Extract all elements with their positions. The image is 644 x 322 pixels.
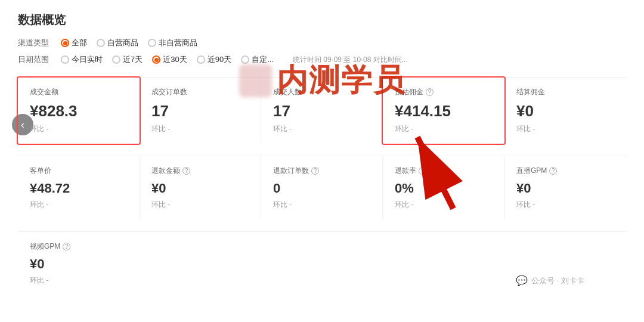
metric-avg-price-value: ¥48.72 [30,181,127,196]
metrics-row-2: 客单价 ¥48.72 环比 - 退款金额 ? ¥0 环比 - 退款订单数 ? [18,156,626,219]
metric-trade-amount-value: ¥828.3 [30,102,128,120]
date-custom[interactable]: 自定... [241,54,274,65]
metrics-row-3: 视频GPM ? ¥0 环比 - [18,231,626,295]
metric-estimated-commission-compare: 环比 - [395,124,493,134]
metric-trade-amount: 成交金额 ¥828.3 环比 - [17,76,141,145]
metric-trade-amount-compare: 环比 - [30,124,128,134]
refund-amount-info-icon[interactable]: ? [182,167,190,175]
channel-non-self[interactable]: 非自营商品 [148,38,197,48]
metric-video-gpm: 视频GPM ? ¥0 环比 - [18,232,140,295]
metric-refund-rate-label: 退款率 ? [395,166,492,176]
page-container: 数据概览 渠道类型 全部 自营商品 非自营商品 日期范围 今日实时 [0,0,644,307]
metric-refund-orders: 退款订单数 ? 0 环比 - [261,156,383,219]
metric-refund-amount-compare: 环比 - [151,200,249,210]
channel-self-radio[interactable] [97,39,105,47]
metric-refund-orders-value: 0 [273,181,370,196]
metric-refund-amount: 退款金额 ? ¥0 环比 - [140,156,261,219]
channel-non-self-radio[interactable] [148,39,156,47]
metric-live-gpm-compare: 环比 - [516,200,614,210]
metric-settled-commission: 结算佣金 ¥0 环比 - [504,78,626,144]
channel-self-label: 自营商品 [107,38,138,48]
date-filter-label: 日期范围 [18,54,54,65]
channel-filter-row: 渠道类型 全部 自营商品 非自营商品 [18,38,626,48]
date-7days[interactable]: 近7天 [112,54,143,65]
date-filter-row: 日期范围 今日实时 近7天 近30天 近90天 自定... 统计时间 [18,54,626,65]
video-gpm-info-icon[interactable]: ? [63,243,70,250]
channel-all[interactable]: 全部 [61,38,87,48]
metric-refund-amount-value: ¥0 [151,181,249,196]
metric-trade-people-value: 17 [273,102,370,120]
metric-trade-orders: 成交订单数 17 环比 - [140,78,261,144]
channel-filter-label: 渠道类型 [18,38,54,48]
refund-orders-info-icon[interactable]: ? [311,167,319,175]
metric-video-gpm-label: 视频GPM ? [30,242,128,252]
metric-live-gpm-value: ¥0 [516,181,614,196]
metric-refund-rate: 退款率 ? 0% 环比 - [383,156,504,219]
metric-live-gpm: 直播GPM ? ¥0 环比 - [504,156,626,219]
metric-refund-amount-label: 退款金额 ? [151,166,249,176]
date-today-label: 今日实时 [72,54,103,65]
date-7days-radio[interactable] [112,55,120,64]
channel-radio-group: 全部 自营商品 非自营商品 [61,38,197,48]
date-range-info: 统计时间 09-09 至 10-08 对比时间... [293,55,408,65]
metric-refund-rate-compare: 环比 - [395,200,492,210]
date-7days-label: 近7天 [123,54,143,65]
metric-trade-people-label: 成交人数 [273,87,370,97]
date-today[interactable]: 今日实时 [61,54,103,65]
date-30days-label: 近30天 [163,54,187,65]
channel-non-self-label: 非自营商品 [159,38,197,48]
metric-live-gpm-label: 直播GPM ? [516,166,614,176]
metric-estimated-commission-value: ¥414.15 [395,102,493,120]
date-30days[interactable]: 近30天 [152,54,187,65]
metric-estimated-commission-label: 预估佣金 ? [395,87,493,97]
metric-refund-rate-value: 0% [395,181,492,196]
metrics-section: ‹ 成交金额 ¥828.3 环比 - 成交订单数 17 环比 - [18,77,626,295]
metrics-row-1: 成交金额 ¥828.3 环比 - 成交订单数 17 环比 - 成交人数 17 环… [18,77,626,144]
date-90days[interactable]: 近90天 [197,54,231,65]
metric-trade-orders-compare: 环比 - [151,124,249,134]
date-30days-radio[interactable] [152,55,160,64]
metric-avg-price: 客单价 ¥48.72 环比 - [18,156,140,219]
refund-rate-info-icon[interactable]: ? [419,167,426,175]
date-custom-label: 自定... [252,54,274,65]
metric-refund-orders-label: 退款订单数 ? [273,166,370,176]
metric-avg-price-compare: 环比 - [30,200,127,210]
estimated-commission-info-icon[interactable]: ? [426,88,434,96]
date-custom-radio[interactable] [241,55,249,64]
metric-avg-price-label: 客单价 [30,166,127,176]
metric-settled-commission-value: ¥0 [516,102,614,120]
date-90days-radio[interactable] [197,55,205,64]
metric-refund-orders-compare: 环比 - [273,200,370,210]
metric-trade-orders-label: 成交订单数 [151,87,249,97]
channel-self[interactable]: 自营商品 [97,38,138,48]
metric-settled-commission-label: 结算佣金 [516,87,614,97]
metric-estimated-commission: 预估佣金 ? ¥414.15 环比 - [382,76,506,145]
metric-settled-commission-compare: 环比 - [516,124,614,134]
metric-trade-amount-label: 成交金额 [30,87,128,97]
metric-video-gpm-value: ¥0 [30,256,128,272]
channel-all-label: 全部 [72,38,87,48]
date-today-radio[interactable] [61,55,69,64]
metric-video-gpm-compare: 环比 - [30,275,128,286]
channel-all-radio[interactable] [61,39,69,47]
metric-trade-people: 成交人数 17 环比 - [261,78,383,144]
date-90days-label: 近90天 [208,54,231,65]
metric-trade-people-compare: 环比 - [273,124,370,134]
date-radio-group: 今日实时 近7天 近30天 近90天 自定... 统计时间 09-09 至 10… [61,54,408,65]
metric-trade-orders-value: 17 [151,102,249,120]
live-gpm-info-icon[interactable]: ? [549,167,557,175]
page-title: 数据概览 [18,12,626,28]
